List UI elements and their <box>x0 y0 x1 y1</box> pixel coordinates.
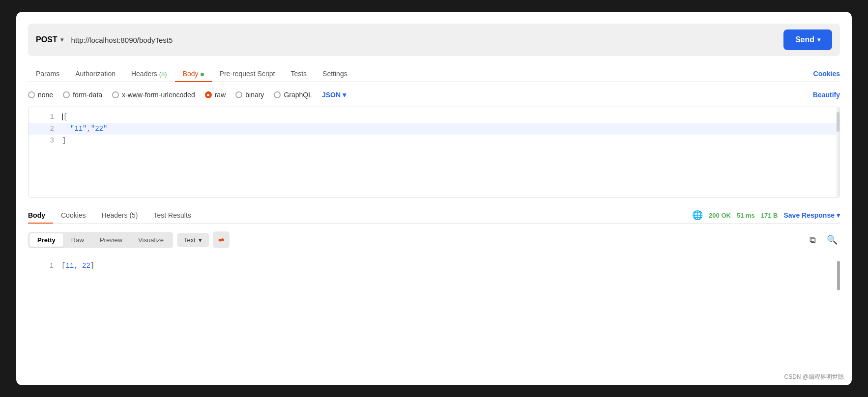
radio-form-data[interactable] <box>63 91 70 98</box>
tab-pre-request-script[interactable]: Pre-request Script <box>212 66 283 82</box>
request-tabs-row: Params Authorization Headers (8) Body Pr… <box>28 66 840 82</box>
code-line-3: 3 ] <box>29 135 839 146</box>
tab-authorization[interactable]: Authorization <box>67 66 123 82</box>
save-response-chevron-icon: ▾ <box>837 211 840 219</box>
option-none[interactable]: none <box>28 91 53 99</box>
editor-scrollbar[interactable] <box>837 107 839 197</box>
response-scrollbar-thumb[interactable] <box>837 261 840 290</box>
response-tab-body[interactable]: Body <box>28 207 53 223</box>
tab-body[interactable]: Body <box>175 66 212 82</box>
cursor-icon <box>62 113 63 120</box>
response-bracket-close: ] <box>90 262 94 270</box>
copy-icon: ⧉ <box>810 235 816 245</box>
response-tab-cookies[interactable]: Cookies <box>53 207 94 223</box>
text-type-dropdown[interactable]: Text ▾ <box>177 233 209 247</box>
option-binary-label: binary <box>245 91 264 99</box>
response-section: Body Cookies Headers (5) Test Results 🌐 … <box>28 207 840 295</box>
send-label: Send <box>795 35 814 44</box>
beautify-button[interactable]: Beautify <box>813 91 840 99</box>
tab-headers[interactable]: Headers (8) <box>123 66 175 82</box>
format-tab-visualize[interactable]: Visualize <box>130 233 172 247</box>
radio-raw[interactable] <box>205 91 212 98</box>
text-label: Text <box>184 236 196 244</box>
response-tab-test-results[interactable]: Test Results <box>146 207 199 223</box>
radio-none[interactable] <box>28 91 35 98</box>
option-binary[interactable]: binary <box>235 91 264 99</box>
body-options-row: none form-data x-www-form-urlencoded raw… <box>28 91 840 99</box>
option-form-data-label: form-data <box>73 91 102 99</box>
body-dot-icon <box>201 73 204 76</box>
option-graphql[interactable]: GraphQL <box>274 91 312 99</box>
url-bar: POST ▾ Send ▾ <box>28 24 840 56</box>
line-number-1: 1 <box>36 113 54 121</box>
format-tab-pretty[interactable]: Pretty <box>29 233 63 247</box>
response-status-bar: 🌐 200 OK 51 ms 171 B Save Response ▾ <box>692 210 840 221</box>
response-tabs-row: Body Cookies Headers (5) Test Results 🌐 … <box>28 207 840 224</box>
json-chevron-icon: ▾ <box>343 91 346 99</box>
response-bracket-open: [ <box>61 262 65 270</box>
status-ok-label: 200 OK <box>709 212 731 219</box>
text-chevron-icon: ▾ <box>199 236 202 244</box>
radio-binary[interactable] <box>235 91 242 98</box>
response-code: 1 [ 11, 22 ] <box>28 256 840 276</box>
response-tab-headers[interactable]: Headers (5) <box>94 207 146 223</box>
tab-params[interactable]: Params <box>28 66 67 82</box>
send-chevron-icon: ▾ <box>817 36 820 43</box>
option-raw-label: raw <box>215 91 226 99</box>
option-raw[interactable]: raw <box>205 91 226 99</box>
response-line-1: 1 [ 11, 22 ] <box>28 260 840 272</box>
wrap-button[interactable]: ⇌ <box>213 231 230 248</box>
radio-graphql[interactable] <box>274 91 281 98</box>
option-urlencoded[interactable]: x-www-form-urlencoded <box>112 91 195 99</box>
method-dropdown[interactable]: POST ▾ <box>36 35 63 44</box>
status-size-label: 171 B <box>761 212 778 219</box>
line-number-2: 2 <box>36 125 54 133</box>
option-none-label: none <box>38 91 53 99</box>
editor-scrollbar-thumb[interactable] <box>837 112 839 132</box>
url-input[interactable] <box>67 36 780 44</box>
method-chevron-icon: ▾ <box>60 36 63 43</box>
main-container: POST ▾ Send ▾ Params Authorization Heade… <box>16 12 852 385</box>
watermark-text: CSDN @编程界明世隐 <box>784 373 844 381</box>
format-row: Pretty Raw Preview Visualize Text ▾ ⇌ ⧉ … <box>28 231 840 248</box>
tab-tests[interactable]: Tests <box>283 66 315 82</box>
copy-button[interactable]: ⧉ <box>805 232 820 248</box>
response-line-number: 1 <box>36 262 54 270</box>
code-line-2: 2 "11","22" <box>29 123 839 135</box>
code-line-1: 1 [ <box>29 111 839 123</box>
search-icon: 🔍 <box>827 234 838 245</box>
wrap-icon: ⇌ <box>218 236 224 244</box>
send-button[interactable]: Send ▾ <box>783 29 832 50</box>
option-form-data[interactable]: form-data <box>63 91 102 99</box>
format-tabs-group: Pretty Raw Preview Visualize <box>28 232 173 248</box>
status-time-label: 51 ms <box>737 212 755 219</box>
response-scrollbar[interactable] <box>837 256 840 295</box>
search-button[interactable]: 🔍 <box>824 232 840 248</box>
response-code-area[interactable]: 1 [ 11, 22 ] <box>28 256 840 295</box>
format-tab-raw[interactable]: Raw <box>63 233 92 247</box>
json-type-dropdown[interactable]: JSON ▾ <box>322 91 346 99</box>
cookies-link[interactable]: Cookies <box>813 66 840 82</box>
json-label: JSON <box>322 91 341 99</box>
format-tab-preview[interactable]: Preview <box>92 233 130 247</box>
tab-settings[interactable]: Settings <box>315 66 355 82</box>
radio-urlencoded[interactable] <box>112 91 119 98</box>
option-graphql-label: GraphQL <box>284 91 312 99</box>
globe-icon: 🌐 <box>692 210 703 221</box>
line-number-3: 3 <box>36 137 54 144</box>
code-editor[interactable]: 1 [ 2 "11","22" 3 ] <box>28 107 840 198</box>
option-urlencoded-label: x-www-form-urlencoded <box>122 91 195 99</box>
method-label: POST <box>36 35 58 44</box>
response-values: 11, 22 <box>65 262 90 270</box>
save-response-button[interactable]: Save Response ▾ <box>784 211 840 219</box>
